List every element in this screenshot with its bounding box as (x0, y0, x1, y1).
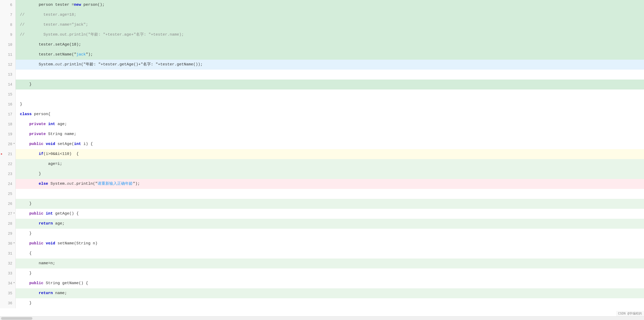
line-content: } (16, 80, 644, 89)
code-token: int (48, 119, 55, 129)
line-number: 34* (0, 278, 16, 288)
code-token: "); (86, 50, 93, 60)
code-line: 22 age=i; (0, 159, 644, 169)
line-content: private int age; (16, 119, 644, 129)
line-content: private String name; (16, 129, 644, 139)
code-token: System. (48, 179, 67, 189)
line-number: 26 (0, 199, 16, 209)
code-token: name=n; (20, 259, 55, 268)
code-token: { (20, 249, 32, 259)
code-token: String name; (46, 129, 76, 139)
code-token: } (20, 80, 32, 89)
line-number: 11 (0, 50, 16, 60)
line-content: // tester.age=18; (16, 10, 644, 20)
code-token: tester.name="jack"; (25, 20, 88, 30)
code-token: System.out.println("年龄: "+tester.age+"名字… (25, 30, 184, 40)
code-token (20, 239, 29, 249)
line-number: 33 (0, 268, 16, 278)
code-line: 17class person{ (0, 109, 644, 119)
code-token: String getName() { (43, 278, 88, 288)
code-line: 21 if(i>0&&i<110) { (0, 149, 644, 159)
code-token (46, 119, 48, 129)
line-number: 23 (0, 169, 16, 179)
code-line: 30* public void setName(String n) (0, 239, 644, 249)
code-token: person{ (32, 109, 50, 119)
line-number: 12 (0, 60, 16, 70)
code-line: 31 { (0, 249, 644, 259)
line-content: public String getName() { (16, 278, 644, 288)
star-marker: * (13, 139, 15, 149)
line-number: 28 (0, 219, 16, 229)
horizontal-scrollbar[interactable] (0, 316, 644, 320)
code-line: 23 } (0, 169, 644, 179)
code-line: 29 } (0, 229, 644, 239)
line-number: 6 (0, 0, 16, 10)
code-token: class (20, 109, 32, 119)
code-token: name; (53, 288, 67, 298)
scrollbar-thumb[interactable] (1, 317, 32, 320)
line-content: return age; (16, 219, 644, 229)
line-number: 13 (0, 70, 16, 80)
line-content: public void setAge(int i) { (16, 139, 644, 149)
code-token (43, 209, 46, 219)
code-line: 9// System.out.println("年龄: "+tester.age… (0, 30, 644, 40)
line-number: 36 (0, 298, 16, 308)
code-token: setAge( (55, 139, 74, 149)
code-token: if (39, 149, 43, 159)
watermark: CSDN @学编程的 (616, 311, 644, 316)
line-content: else System.out.println("请重新输入正确年龄"); (16, 179, 644, 189)
code-token: } (20, 298, 32, 308)
code-line: 15 (0, 89, 644, 99)
code-token: private (29, 129, 46, 139)
code-line: 28 return age; (0, 219, 644, 229)
line-content: name=n; (16, 259, 644, 268)
code-line: 13 (0, 70, 644, 80)
code-token: } (20, 199, 32, 209)
code-line: 25 (0, 189, 644, 199)
code-line: 20* public void setAge(int i) { (0, 139, 644, 149)
line-number: 31 (0, 249, 16, 259)
line-content: // tester.name="jack"; (16, 20, 644, 30)
code-token: tester.setName(" (20, 50, 76, 60)
code-token: person(); (81, 0, 105, 10)
line-number: 14 (0, 80, 16, 89)
code-token: // (20, 20, 25, 30)
line-content: public int getAge() { (16, 209, 644, 219)
code-token: .println("年龄: "+tester.getAge()+"名字: "+t… (62, 60, 203, 70)
line-content: if(i>0&&i<110) { (16, 149, 644, 159)
code-token (20, 219, 39, 229)
star-marker: * (13, 209, 15, 219)
line-content: } (16, 99, 644, 109)
code-token (43, 239, 46, 249)
code-token: int (46, 209, 53, 219)
code-token: else (39, 179, 48, 189)
code-token: jack (76, 50, 86, 60)
code-token (20, 288, 39, 298)
code-token: void (46, 239, 55, 249)
code-token: int (74, 139, 81, 149)
code-line: 33 } (0, 268, 644, 278)
line-number: 17 (0, 109, 16, 119)
line-number: 21 (0, 149, 16, 159)
line-content: public void setName(String n) (16, 239, 644, 249)
line-content: } (16, 298, 644, 308)
line-number: 27* (0, 209, 16, 219)
code-line: 19 private String name; (0, 129, 644, 139)
code-token: return (39, 288, 53, 298)
code-token (20, 119, 29, 129)
line-number: 19 (0, 129, 16, 139)
code-line: 27* public int getAge() { (0, 209, 644, 219)
code-token: } (20, 99, 22, 109)
code-token: i) { (81, 139, 93, 149)
line-content: } (16, 199, 644, 209)
code-token: private (29, 119, 46, 129)
code-line: 18 private int age; (0, 119, 644, 129)
line-content: System.out.println("年龄: "+tester.getAge(… (16, 60, 644, 70)
line-content: tester.setName("jack"); (16, 50, 644, 60)
code-line: 32 name=n; (0, 259, 644, 268)
line-content: tester.setAge(18); (16, 40, 644, 50)
code-token: setName(String n) (55, 239, 98, 249)
code-line: 7// tester.age=18; (0, 10, 644, 20)
code-token: // (20, 10, 25, 20)
line-content (16, 70, 644, 80)
